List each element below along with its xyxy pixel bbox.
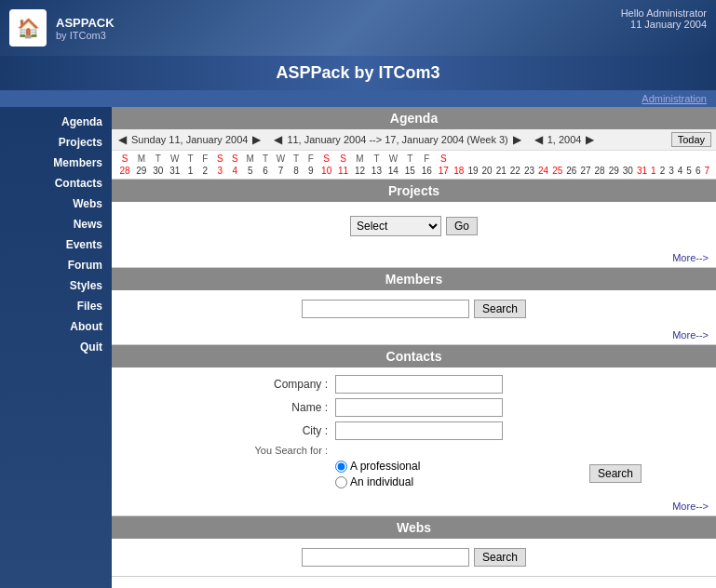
members-search-button[interactable]: Search (474, 300, 526, 318)
sidebar-item-quit[interactable]: Quit (0, 337, 112, 357)
admin-link[interactable]: Administration (642, 93, 707, 104)
cal-day[interactable]: 19 (466, 165, 480, 177)
cal-day[interactable]: 1 (649, 165, 658, 177)
cal-day[interactable]: 30 (621, 165, 635, 177)
cal-day-header: T (401, 153, 418, 165)
cal-day[interactable]: 16 (418, 165, 435, 177)
week-prev-arrow[interactable]: ◀ (272, 133, 284, 146)
cal-day[interactable]: 2 (658, 165, 668, 177)
cal-day[interactable]: 12 (352, 165, 369, 177)
cal-day[interactable]: 13 (368, 165, 385, 177)
sidebar-item-events[interactable]: Events (0, 234, 112, 255)
webs-search-input[interactable] (302, 548, 469, 567)
cal-day[interactable]: 28 (593, 165, 607, 177)
cal-day[interactable]: 31 (635, 165, 649, 177)
agenda-nav: ◀ Sunday 11, January 2004 ▶ ◀ 11, Januar… (112, 129, 716, 151)
cal-day[interactable]: 23 (522, 165, 536, 177)
cal-day[interactable]: 9 (304, 165, 318, 177)
cal-day[interactable]: 22 (508, 165, 522, 177)
search-for-label: You Search for : (130, 445, 335, 456)
cal-day[interactable]: 5 (684, 165, 694, 177)
project-select[interactable]: SelectProject AlphaProject Beta (350, 216, 441, 236)
cal-day[interactable]: 6 (258, 165, 273, 177)
cal-day-header: W (385, 153, 401, 165)
year-next-arrow[interactable]: ▶ (584, 133, 596, 146)
members-more-link[interactable]: More--> (112, 327, 716, 344)
sidebar-item-contacts[interactable]: Contacts (0, 173, 112, 194)
sidebar-item-about[interactable]: About (0, 316, 112, 337)
individual-label: An individual (350, 475, 413, 488)
cal-day-header: S (318, 153, 335, 165)
cal-day[interactable]: 4 (676, 165, 685, 177)
sidebar-item-projects[interactable]: Projects (0, 132, 112, 153)
cal-day[interactable]: 17 (435, 165, 452, 177)
cal-day[interactable]: 14 (385, 165, 401, 177)
cal-day[interactable]: 27 (578, 165, 592, 177)
members-section: Members Search More--> (112, 268, 716, 345)
city-input[interactable] (335, 421, 503, 440)
logo-subtitle: by ITCom3 (56, 30, 115, 41)
cal-day-header: T (183, 153, 198, 165)
cal-day[interactable]: 10 (318, 165, 335, 177)
cal-day[interactable]: 15 (401, 165, 418, 177)
cal-day[interactable]: 4 (227, 165, 242, 177)
cal-day[interactable]: 25 (550, 165, 564, 177)
header: 🏠 ASPPACK by ITCom3 Hello Administrator … (0, 0, 716, 56)
contacts-search-button[interactable]: Search (589, 464, 642, 483)
nav-week: ◀ 11, January 2004 --> 17, January 2004 … (272, 133, 522, 146)
members-content: Search (112, 290, 716, 327)
day-prev-arrow[interactable]: ◀ (116, 133, 128, 146)
members-search-input[interactable] (302, 300, 469, 318)
sidebar-item-forum[interactable]: Forum (0, 255, 112, 275)
cal-day[interactable]: 3 (667, 165, 676, 177)
cal-day[interactable]: 7 (702, 165, 711, 177)
cal-day[interactable]: 11 (335, 165, 352, 177)
cal-day[interactable]: 29 (607, 165, 621, 177)
today-button[interactable]: Today (671, 132, 711, 147)
cal-day[interactable]: 29 (133, 165, 150, 177)
cal-day[interactable]: 30 (150, 165, 167, 177)
cal-day-header: W (167, 153, 183, 165)
cal-day-header: M (242, 153, 258, 165)
agenda-section: Agenda ◀ Sunday 11, January 2004 ▶ ◀ 11,… (112, 107, 716, 180)
webs-search-button[interactable]: Search (474, 548, 526, 567)
nav-day-date: Sunday 11, January 2004 (131, 134, 248, 145)
sidebar-item-webs[interactable]: Webs (0, 194, 112, 214)
cal-day[interactable]: 8 (289, 165, 304, 177)
cal-day[interactable]: 21 (494, 165, 508, 177)
sidebar-item-news[interactable]: News (0, 214, 112, 234)
cal-day[interactable]: 5 (242, 165, 258, 177)
cal-day[interactable]: 7 (273, 165, 289, 177)
company-input[interactable] (335, 375, 503, 394)
day-next-arrow[interactable]: ▶ (250, 133, 263, 146)
name-label: Name : (130, 401, 335, 414)
sidebar-item-members[interactable]: Members (0, 153, 112, 173)
go-button[interactable]: Go (446, 217, 478, 235)
cal-day[interactable]: 24 (536, 165, 550, 177)
cal-day[interactable]: 6 (694, 165, 703, 177)
professional-radio[interactable] (335, 461, 347, 473)
individual-radio[interactable] (335, 476, 347, 488)
year-prev-arrow[interactable]: ◀ (533, 133, 545, 146)
week-next-arrow[interactable]: ▶ (511, 133, 523, 146)
cal-day[interactable]: 1 (183, 165, 198, 177)
name-input[interactable] (335, 398, 503, 417)
cal-day[interactable]: 2 (197, 165, 212, 177)
city-row: City : (130, 421, 697, 440)
sidebar-item-files[interactable]: Files (0, 296, 112, 316)
members-header: Members (112, 268, 716, 290)
cal-day[interactable]: 3 (212, 165, 227, 177)
main-content: Agenda ◀ Sunday 11, January 2004 ▶ ◀ 11,… (112, 107, 716, 588)
contacts-more-link[interactable]: More--> (112, 499, 716, 515)
sidebar-item-styles[interactable]: Styles (0, 275, 112, 296)
projects-content: SelectProject AlphaProject Beta Go (112, 202, 716, 250)
cal-day[interactable]: 26 (564, 165, 578, 177)
sidebar-item-agenda[interactable]: Agenda (0, 112, 112, 132)
nav-year: ◀ 1, 2004 ▶ (533, 133, 597, 146)
cal-day[interactable]: 28 (116, 165, 133, 177)
calendar-grid: SMTWTFSSMTWTFSSMTWTFS 282930311234567891… (112, 151, 716, 179)
projects-more-link[interactable]: More--> (112, 250, 716, 267)
cal-day[interactable]: 20 (480, 165, 494, 177)
cal-day[interactable]: 31 (167, 165, 183, 177)
cal-day[interactable]: 18 (452, 165, 466, 177)
